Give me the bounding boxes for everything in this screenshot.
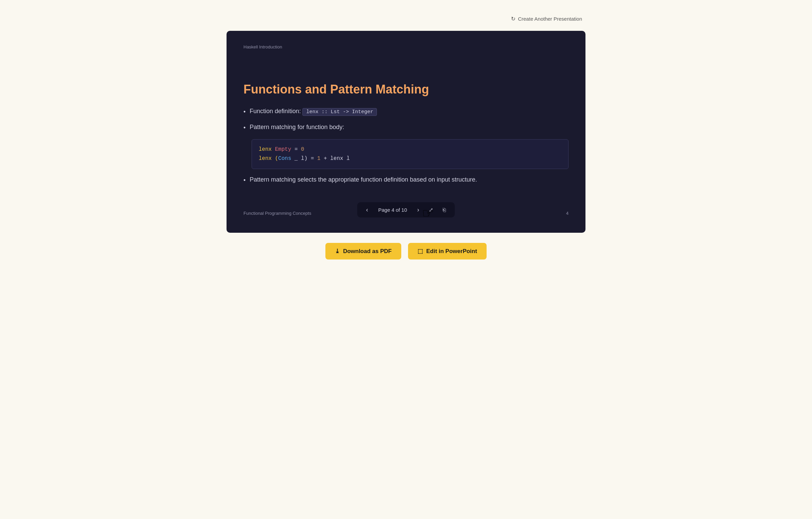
expand-button[interactable]: ⤢ bbox=[427, 205, 435, 214]
present-button[interactable]: ⎗ bbox=[441, 206, 448, 214]
slide-footer-label: Functional Programming Concepts bbox=[243, 211, 311, 216]
edit-icon: ⬚ bbox=[418, 248, 423, 255]
prev-page-button[interactable]: ‹ bbox=[364, 205, 370, 215]
refresh-icon: ↻ bbox=[511, 16, 515, 22]
code-token: lenx bbox=[259, 146, 275, 152]
next-page-button[interactable]: › bbox=[415, 205, 421, 215]
bullet-list: • Function definition: lenx :: Lst -> In… bbox=[243, 107, 569, 185]
download-icon: ⤓ bbox=[335, 248, 340, 255]
code-token: lenx ( bbox=[259, 155, 278, 162]
next-icon: › bbox=[417, 206, 419, 213]
prev-icon: ‹ bbox=[366, 206, 368, 213]
expand-icon: ⤢ bbox=[429, 207, 433, 213]
top-bar: ↻ Create Another Presentation bbox=[227, 14, 585, 24]
bullet-dot-2: • bbox=[243, 123, 245, 132]
present-icon: ⎗ bbox=[443, 207, 446, 213]
bullet-text-2: Pattern matching for function body: bbox=[250, 123, 344, 132]
code-line-1: lenx Empty = 0 bbox=[259, 145, 561, 154]
bullet-text-3: Pattern matching selects the appropriate… bbox=[250, 175, 477, 184]
inline-code-1: lenx :: Lst -> Integer bbox=[302, 108, 377, 116]
code-token: Empty bbox=[275, 146, 291, 152]
download-pdf-button[interactable]: ⤓ Download as PDF bbox=[325, 243, 401, 260]
nav-bar: ‹ Page 4 of 10 › ⤢ ⎗ bbox=[357, 202, 455, 217]
code-token: Cons bbox=[278, 155, 291, 162]
bullet-item-2: • Pattern matching for function body: le… bbox=[243, 123, 569, 169]
edit-powerpoint-button[interactable]: ⬚ Edit in PowerPoint bbox=[408, 243, 487, 260]
download-pdf-label: Download as PDF bbox=[343, 248, 392, 255]
create-another-label: Create Another Presentation bbox=[518, 16, 582, 22]
create-another-button[interactable]: ↻ Create Another Presentation bbox=[508, 14, 585, 24]
code-block: lenx Empty = 0 lenx (Cons _ l) = 1 + len… bbox=[252, 139, 569, 169]
page-indicator: Page 4 of 10 bbox=[376, 207, 410, 213]
code-token: 1 bbox=[317, 155, 321, 162]
bullet-text-1: Function definition: lenx :: Lst -> Inte… bbox=[250, 107, 377, 116]
bullet-text-before-1: Function definition: bbox=[250, 108, 302, 115]
code-token: = bbox=[291, 146, 301, 152]
code-token: 0 bbox=[301, 146, 304, 152]
slide-page-number: 4 bbox=[566, 211, 569, 216]
bullet-item-1: • Function definition: lenx :: Lst -> In… bbox=[243, 107, 569, 117]
slide-topic-label: Haskell Introduction bbox=[243, 44, 569, 49]
code-token: _ l) = bbox=[291, 155, 317, 162]
code-token: + lenx l bbox=[320, 155, 349, 162]
action-buttons: ⤓ Download as PDF ⬚ Edit in PowerPoint bbox=[325, 243, 487, 260]
bullet-item-3: • Pattern matching selects the appropria… bbox=[243, 175, 569, 185]
slide-title: Functions and Pattern Matching bbox=[243, 82, 569, 97]
slide-content: Functions and Pattern Matching • Functio… bbox=[243, 49, 569, 211]
slide-inner: Haskell Introduction Functions and Patte… bbox=[227, 31, 585, 233]
edit-powerpoint-label: Edit in PowerPoint bbox=[426, 248, 477, 255]
slide-container: Haskell Introduction Functions and Patte… bbox=[227, 31, 585, 233]
code-line-2: lenx (Cons _ l) = 1 + lenx l bbox=[259, 154, 561, 163]
bullet-dot-1: • bbox=[243, 107, 245, 117]
bullet-dot-3: • bbox=[243, 176, 245, 185]
